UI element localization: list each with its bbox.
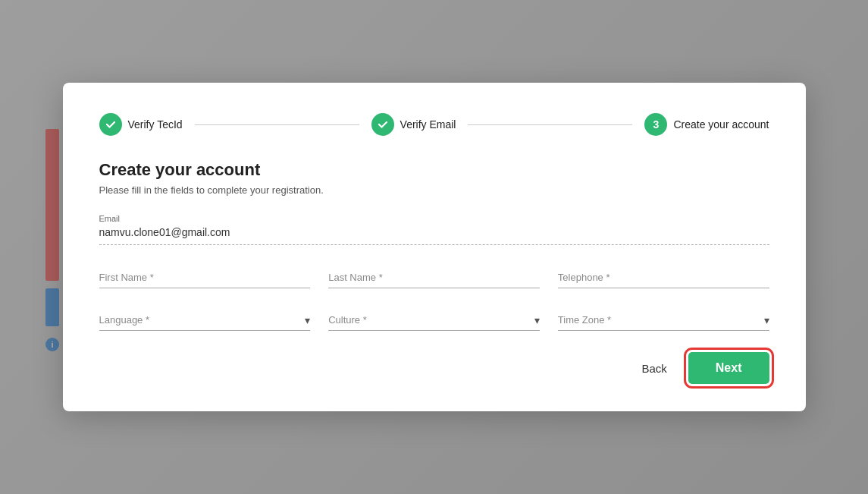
timezone-select[interactable]: Time Zone * UTC UTC+1 UTC-5: [558, 310, 769, 330]
last-name-group: [328, 266, 540, 288]
back-button[interactable]: Back: [632, 356, 675, 381]
name-telephone-row: [99, 266, 769, 288]
step-3-circle: 3: [644, 113, 667, 136]
locale-row: Language * English French Spanish ▾ Cult…: [99, 310, 769, 331]
email-display: namvu.clone01@gmail.com: [99, 226, 769, 245]
step-line-2: [468, 124, 632, 125]
last-name-input[interactable]: [328, 266, 540, 288]
form-subtitle: Please fill in the fields to complete yo…: [99, 184, 769, 196]
buttons-row: Back Next: [99, 352, 769, 384]
step-1: Verify TecId: [99, 113, 183, 136]
culture-select[interactable]: Culture * en-US fr-FR es-ES: [328, 310, 540, 330]
next-button[interactable]: Next: [688, 352, 769, 384]
step-3: 3 Create your account: [644, 113, 769, 136]
timezone-group: Time Zone * UTC UTC+1 UTC-5 ▾: [558, 310, 769, 331]
email-label: Email: [99, 214, 769, 223]
step-2-label: Verify Email: [400, 118, 456, 131]
telephone-input[interactable]: [558, 266, 769, 288]
step-2-circle: [371, 113, 394, 136]
step-line-1: [195, 124, 359, 125]
telephone-group: [558, 266, 769, 288]
step-1-circle: [99, 113, 122, 136]
create-account-modal: Verify TecId Verify Email 3 Create your …: [63, 83, 806, 411]
check-icon-2: [377, 118, 389, 131]
culture-select-wrapper: Culture * en-US fr-FR es-ES ▾: [328, 310, 540, 331]
language-group: Language * English French Spanish ▾: [99, 310, 311, 331]
step-3-label: Create your account: [673, 118, 769, 131]
timezone-select-wrapper: Time Zone * UTC UTC+1 UTC-5 ▾: [558, 310, 769, 331]
language-select[interactable]: Language * English French Spanish: [99, 310, 311, 330]
language-select-wrapper: Language * English French Spanish ▾: [99, 310, 311, 331]
stepper: Verify TecId Verify Email 3 Create your …: [99, 113, 769, 136]
form-title: Create your account: [99, 160, 769, 180]
culture-group: Culture * en-US fr-FR es-ES ▾: [328, 310, 540, 331]
first-name-group: [99, 266, 311, 288]
step-2: Verify Email: [371, 113, 456, 136]
check-icon-1: [105, 118, 117, 131]
email-group: Email namvu.clone01@gmail.com: [99, 214, 769, 245]
step-1-label: Verify TecId: [128, 118, 183, 131]
modal-backdrop: Verify TecId Verify Email 3 Create your …: [0, 0, 868, 494]
first-name-input[interactable]: [99, 266, 311, 288]
